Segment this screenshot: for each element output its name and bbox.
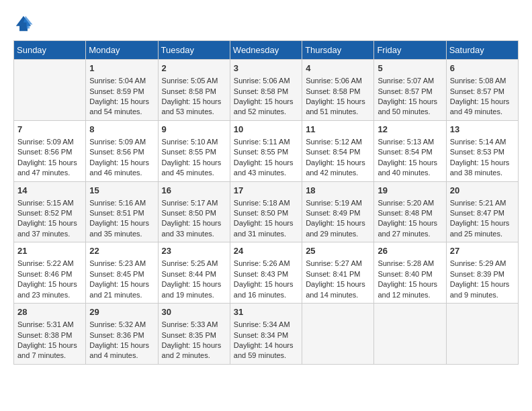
day-info: Sunrise: 5:12 AM — [306, 137, 370, 147]
day-number: 8 — [89, 124, 154, 136]
day-number: 18 — [306, 185, 370, 197]
day-info: and 59 minutes. — [234, 351, 298, 361]
day-info: and 31 minutes. — [234, 229, 298, 239]
day-info: Daylight: 15 hours — [17, 340, 82, 351]
day-info: and 12 minutes. — [378, 290, 442, 300]
day-info: Daylight: 15 hours — [162, 158, 226, 168]
day-header-sunday: Sunday — [14, 41, 86, 60]
day-info: and 49 minutes. — [450, 107, 515, 117]
day-info: Sunrise: 5:04 AM — [89, 76, 154, 86]
day-info: Daylight: 15 hours — [378, 218, 442, 228]
day-info: Sunset: 8:45 PM — [89, 269, 154, 279]
day-info: Sunset: 8:48 PM — [378, 208, 442, 218]
day-info: Sunrise: 5:09 AM — [17, 137, 82, 147]
day-info: Sunset: 8:39 PM — [450, 269, 515, 279]
day-info: Sunrise: 5:06 AM — [234, 76, 298, 86]
day-info: Sunset: 8:53 PM — [450, 147, 515, 157]
day-info: Daylight: 15 hours — [450, 97, 515, 107]
day-info: and 25 minutes. — [450, 229, 515, 239]
day-info: and 23 minutes. — [17, 290, 82, 300]
day-info: and 21 minutes. — [89, 290, 154, 300]
day-info: Daylight: 15 hours — [162, 279, 226, 289]
logo — [13, 13, 36, 34]
calendar-cell: 11Sunrise: 5:12 AMSunset: 8:54 PMDayligh… — [302, 120, 374, 181]
day-number: 16 — [162, 185, 226, 197]
day-number: 24 — [234, 245, 298, 257]
day-info: Daylight: 15 hours — [89, 218, 154, 228]
day-info: and 52 minutes. — [234, 107, 298, 117]
day-number: 26 — [378, 245, 442, 257]
day-header-friday: Friday — [374, 41, 446, 60]
day-info: and 51 minutes. — [306, 107, 370, 117]
calendar-cell: 21Sunrise: 5:22 AMSunset: 8:46 PMDayligh… — [14, 242, 86, 304]
day-info: Sunrise: 5:11 AM — [234, 137, 298, 147]
calendar-cell: 2Sunrise: 5:05 AMSunset: 8:58 PMDaylight… — [158, 60, 230, 121]
day-info: Sunset: 8:40 PM — [378, 269, 442, 279]
day-info: and 43 minutes. — [234, 168, 298, 178]
day-number: 5 — [378, 62, 442, 75]
calendar-cell: 14Sunrise: 5:15 AMSunset: 8:52 PMDayligh… — [14, 181, 86, 242]
header-row: SundayMondayTuesdayWednesdayThursdayFrid… — [14, 41, 519, 60]
day-info: and 42 minutes. — [306, 168, 370, 178]
day-info: Sunset: 8:52 PM — [17, 208, 82, 218]
day-number: 21 — [17, 245, 82, 257]
day-info: Sunset: 8:57 PM — [450, 87, 515, 97]
day-number: 20 — [450, 185, 515, 197]
day-info: Sunset: 8:58 PM — [162, 87, 226, 97]
day-header-wednesday: Wednesday — [230, 41, 302, 60]
day-info: Sunrise: 5:27 AM — [306, 259, 370, 269]
day-number: 17 — [234, 185, 298, 197]
day-info: Daylight: 15 hours — [378, 279, 442, 289]
day-info: Sunset: 8:47 PM — [450, 208, 515, 218]
day-info: Daylight: 15 hours — [306, 218, 370, 228]
day-info: and 35 minutes. — [89, 229, 154, 239]
day-info: and 16 minutes. — [234, 290, 298, 300]
day-info: and 46 minutes. — [89, 168, 154, 178]
day-info: Daylight: 15 hours — [450, 158, 515, 168]
day-info: Sunset: 8:56 PM — [89, 147, 154, 157]
day-info: Daylight: 15 hours — [89, 340, 154, 351]
day-info: Daylight: 15 hours — [162, 218, 226, 228]
week-row-3: 14Sunrise: 5:15 AMSunset: 8:52 PMDayligh… — [14, 181, 519, 242]
day-header-monday: Monday — [86, 41, 158, 60]
calendar-cell: 10Sunrise: 5:11 AMSunset: 8:55 PMDayligh… — [230, 120, 302, 181]
calendar-cell: 20Sunrise: 5:21 AMSunset: 8:47 PMDayligh… — [446, 181, 518, 242]
day-number: 12 — [378, 124, 442, 136]
day-header-thursday: Thursday — [302, 41, 374, 60]
calendar-cell: 26Sunrise: 5:28 AMSunset: 8:40 PMDayligh… — [374, 242, 446, 304]
week-row-4: 21Sunrise: 5:22 AMSunset: 8:46 PMDayligh… — [14, 242, 519, 304]
day-info: Daylight: 15 hours — [17, 279, 82, 289]
day-info: Sunrise: 5:08 AM — [450, 76, 515, 86]
day-info: and 14 minutes. — [306, 290, 370, 300]
day-info: Daylight: 15 hours — [306, 279, 370, 289]
day-info: Sunset: 8:58 PM — [306, 87, 370, 97]
day-info: Daylight: 15 hours — [450, 279, 515, 289]
day-number: 29 — [89, 306, 154, 318]
calendar-cell — [14, 60, 86, 121]
day-info: Sunrise: 5:34 AM — [234, 320, 298, 330]
day-number: 30 — [162, 306, 226, 318]
day-info: Sunset: 8:36 PM — [89, 330, 154, 340]
day-number: 13 — [450, 124, 515, 136]
day-number: 1 — [89, 62, 154, 75]
calendar-cell: 5Sunrise: 5:07 AMSunset: 8:57 PMDaylight… — [374, 60, 446, 121]
day-info: and 40 minutes. — [378, 168, 442, 178]
day-info: Sunrise: 5:28 AM — [378, 259, 442, 269]
day-info: Daylight: 15 hours — [89, 158, 154, 168]
day-info: Sunrise: 5:31 AM — [17, 320, 82, 330]
day-info: and 47 minutes. — [17, 168, 82, 178]
day-info: Sunset: 8:55 PM — [234, 147, 298, 157]
calendar-table: SundayMondayTuesdayWednesdayThursdayFrid… — [13, 40, 519, 365]
day-number: 7 — [17, 124, 82, 136]
day-info: Sunrise: 5:33 AM — [162, 320, 226, 330]
day-info: Sunrise: 5:25 AM — [162, 259, 226, 269]
day-number: 2 — [162, 62, 226, 75]
calendar-body: 1Sunrise: 5:04 AMSunset: 8:59 PMDaylight… — [14, 60, 519, 365]
day-info: Sunrise: 5:07 AM — [378, 76, 442, 86]
day-header-tuesday: Tuesday — [158, 41, 230, 60]
day-info: and 7 minutes. — [17, 351, 82, 361]
day-number: 6 — [450, 62, 515, 75]
day-info: and 4 minutes. — [89, 351, 154, 361]
day-info: Sunrise: 5:18 AM — [234, 198, 298, 208]
calendar-cell: 12Sunrise: 5:13 AMSunset: 8:54 PMDayligh… — [374, 120, 446, 181]
